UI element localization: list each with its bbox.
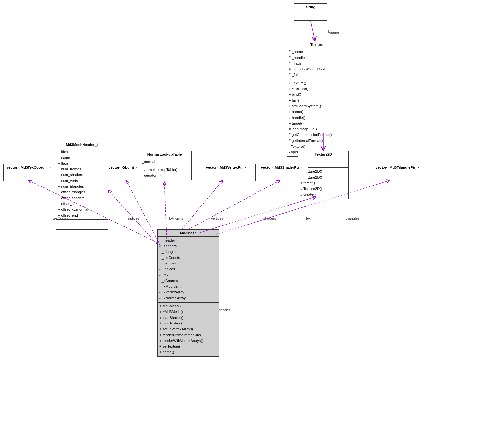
svg-line-7 <box>188 180 280 229</box>
label-kanorms: _kAnorms <box>167 216 183 220</box>
vec-vertexptr-class: vector< Md3VertexPtr > <box>200 164 252 181</box>
vec-shaderptr-body <box>256 171 308 181</box>
label-header: _header <box>217 308 230 312</box>
normallookuptable-class: NormalLookupTable - _normal + NormalLook… <box>138 151 192 180</box>
texture-methods: + Texture() + ~Texture() + bind() + fail… <box>287 79 347 156</box>
texture-attributes: # _name # _handle # _flags # _standardCo… <box>287 48 347 79</box>
vec-vertexptr-title: vector< Md3VertexPtr > <box>200 164 252 171</box>
md3mesh-attributes: - _header - _shaders - _triangles - _tex… <box>158 237 219 303</box>
string-class: string <box>294 3 327 21</box>
string-body <box>294 10 327 20</box>
svg-line-0 <box>310 20 315 41</box>
vec-vertexptr-body <box>200 171 252 181</box>
vec-gluint-class: vector< GLuint > <box>102 164 144 181</box>
label-tex: _tex <box>304 216 311 220</box>
md3mesh-methods: + Md3Mesh() + ~Md3Mesh() + loadShader() … <box>158 303 219 356</box>
texture-title: Texture <box>287 41 347 48</box>
vec-triangleptr-body <box>370 171 424 181</box>
label-triangles: _triangles <box>344 216 360 220</box>
vec-gluint-title: vector< GLuint > <box>102 164 144 171</box>
svg-line-8 <box>200 197 316 233</box>
texture-class: Texture # _name # _handle # _flags # _st… <box>287 41 347 157</box>
md3meshheader-methods <box>56 220 108 229</box>
label-name: └name <box>327 30 339 34</box>
vec-texcoord-title: vector< Md3TexCoord_t > <box>4 164 54 171</box>
svg-line-4 <box>126 180 160 246</box>
diagram-container: string Texture # _name # _handle # _flag… <box>0 0 504 431</box>
texture2d-title: Texture2D <box>298 151 348 158</box>
vec-texcoord-class: vector< Md3TexCoord_t > <box>3 164 54 181</box>
svg-line-6 <box>182 180 223 229</box>
string-title: string <box>294 4 327 10</box>
vec-triangleptr-title: vector< Md3TrianglePtr > <box>370 164 424 171</box>
normallookuptable-methods: + NormalLookupTable() + operator[]() <box>138 166 191 180</box>
label-texcoords: _texCoords <box>51 216 69 220</box>
label-shaders: _shaders <box>261 216 276 220</box>
vec-shaderptr-title: vector< Md3ShaderPtr > <box>256 164 308 171</box>
vec-shaderptr-class: vector< Md3ShaderPtr > <box>255 164 308 181</box>
md3meshheader-attributes: + ident + name + flags + num_frames + nu… <box>56 148 108 220</box>
vec-texcoord-body <box>4 171 54 181</box>
normallookuptable-attributes: - _normal <box>138 158 191 166</box>
md3mesh-class: Md3Mesh - _header - _shaders - _triangle… <box>157 229 219 357</box>
md3mesh-title: Md3Mesh <box>158 230 219 237</box>
label-vertices: _vertices <box>209 216 223 220</box>
normallookuptable-title: NormalLookupTable <box>138 151 191 158</box>
label-indices: _indices <box>126 216 139 220</box>
md3meshheader-title: Md3MeshHeader_t <box>56 141 108 148</box>
vec-triangleptr-class: vector< Md3TrianglePtr > <box>370 164 424 181</box>
vec-gluint-body <box>102 171 144 181</box>
